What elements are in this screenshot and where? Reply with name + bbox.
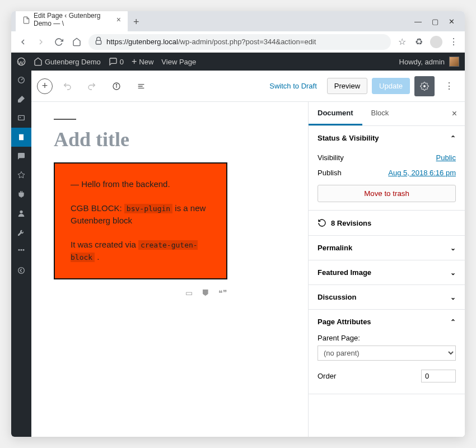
tab-document[interactable]: Document xyxy=(309,102,362,125)
visibility-value[interactable]: Public xyxy=(436,153,456,162)
close-tab-icon[interactable]: × xyxy=(116,15,121,24)
menu-users[interactable] xyxy=(11,204,31,223)
block-line3: It was created via create-guten-block . xyxy=(71,239,211,264)
menu-appearance[interactable] xyxy=(11,166,31,185)
view-page-link[interactable]: View Page xyxy=(161,58,196,66)
svg-rect-3 xyxy=(18,115,25,120)
publish-date[interactable]: Aug 5, 2018 6:16 pm xyxy=(388,169,456,177)
maximize-icon[interactable]: ▢ xyxy=(432,17,438,26)
panel-status-visibility[interactable]: Status & Visibility ⌃ xyxy=(309,126,465,150)
menu-comments[interactable] xyxy=(11,147,31,166)
site-link[interactable]: Gutenberg Demo xyxy=(34,57,101,66)
chevron-up-icon: ⌃ xyxy=(450,134,456,142)
menu-collapse[interactable] xyxy=(11,261,31,280)
order-label: Order xyxy=(318,372,336,380)
back-button[interactable] xyxy=(17,36,29,48)
browser-tab[interactable]: Edit Page ‹ Gutenberg Demo — \ × xyxy=(16,11,128,31)
profile-avatar[interactable] xyxy=(430,36,442,48)
svg-rect-5 xyxy=(19,134,24,141)
post-title-input[interactable]: Add title xyxy=(54,128,286,151)
svg-point-17 xyxy=(423,85,426,87)
menu-settings[interactable] xyxy=(11,242,31,261)
menu-dashboard[interactable] xyxy=(11,71,31,90)
url-bar[interactable]: https://gutenberg.local/wp-admin/post.ph… xyxy=(88,34,391,50)
lock-icon xyxy=(94,36,103,47)
undo-button[interactable] xyxy=(57,76,77,96)
svg-point-10 xyxy=(18,268,25,274)
forward-button[interactable] xyxy=(35,36,47,48)
chevron-down-icon: ⌄ xyxy=(450,269,456,277)
panel-page-attributes[interactable]: Page Attributes ⌃ xyxy=(309,310,465,334)
menu-posts[interactable] xyxy=(11,90,31,109)
new-tab-button[interactable]: + xyxy=(128,13,145,31)
switch-draft-button[interactable]: Switch to Draft xyxy=(264,78,323,94)
minimize-icon[interactable]: — xyxy=(414,17,422,26)
url-host: https://gutenberg.local xyxy=(106,38,178,46)
new-link[interactable]: +New xyxy=(132,57,153,67)
svg-rect-7 xyxy=(18,249,20,251)
block-footer-icon[interactable]: ❝❞ xyxy=(218,288,227,297)
title-dash xyxy=(54,119,76,120)
outline-button[interactable] xyxy=(131,76,151,96)
svg-point-4 xyxy=(20,117,21,118)
block-line1: — Hello from the backend. xyxy=(71,178,211,191)
svg-rect-9 xyxy=(23,249,25,251)
menu-pages[interactable] xyxy=(11,128,31,147)
svg-rect-8 xyxy=(21,249,22,251)
chevron-down-icon: ⌄ xyxy=(450,244,456,252)
menu-tools[interactable] xyxy=(11,223,31,242)
wp-logo[interactable] xyxy=(17,57,26,66)
add-block-button[interactable]: + xyxy=(37,78,53,94)
custom-block[interactable]: — Hello from the backend. CGB BLOCK: bsv… xyxy=(54,162,227,279)
redo-button[interactable] xyxy=(82,76,102,96)
svg-point-13 xyxy=(116,84,116,85)
browser-menu-icon[interactable]: ⋮ xyxy=(448,36,459,48)
panel-permalink[interactable]: Permalink ⌄ xyxy=(309,236,465,260)
move-trash-button[interactable]: Move to trash xyxy=(318,185,456,202)
publish-label: Publish xyxy=(318,169,342,177)
reload-button[interactable] xyxy=(53,36,65,48)
close-window-icon[interactable]: ✕ xyxy=(449,17,455,26)
visibility-label: Visibility xyxy=(318,153,344,162)
chevron-up-icon: ⌃ xyxy=(450,318,456,326)
panel-discussion[interactable]: Discussion ⌄ xyxy=(309,285,465,309)
star-icon[interactable]: ☆ xyxy=(396,36,408,48)
parent-page-label: Parent Page: xyxy=(318,334,456,342)
svg-point-6 xyxy=(20,211,22,213)
update-button: Update xyxy=(372,78,410,94)
preview-button[interactable]: Preview xyxy=(327,78,367,94)
order-input[interactable] xyxy=(421,370,456,382)
home-button[interactable] xyxy=(71,36,83,48)
more-menu-button[interactable]: ⋮ xyxy=(439,76,459,96)
page-icon xyxy=(22,16,30,24)
menu-media[interactable] xyxy=(11,109,31,128)
info-button[interactable] xyxy=(106,76,127,96)
url-path: /wp-admin/post.php?post=344&action=edit xyxy=(178,38,316,46)
tab-title: Edit Page ‹ Gutenberg Demo — \ xyxy=(34,12,110,27)
comments-link[interactable]: 0 xyxy=(109,57,124,66)
recycle-icon[interactable]: ♻ xyxy=(413,36,424,48)
svg-rect-0 xyxy=(96,40,101,44)
chevron-down-icon: ⌄ xyxy=(450,293,456,301)
parent-page-select[interactable]: (no parent) xyxy=(318,346,456,361)
user-avatar-icon[interactable] xyxy=(449,57,459,67)
menu-plugins[interactable] xyxy=(11,185,31,204)
panel-featured-image[interactable]: Featured Image ⌄ xyxy=(309,260,465,284)
tab-block[interactable]: Block xyxy=(362,102,398,125)
block-line2: CGB BLOCK: bsv-plugin is a new Gutenberg… xyxy=(71,202,211,227)
settings-toggle-button[interactable] xyxy=(414,76,435,96)
howdy-link[interactable]: Howdy, admin xyxy=(399,58,445,66)
close-sidebar-icon[interactable]: × xyxy=(444,102,465,125)
panel-revisions[interactable]: 8 Revisions xyxy=(309,211,465,235)
block-footer-icon[interactable]: ⛊ xyxy=(202,288,209,297)
block-footer-icon[interactable]: ▭ xyxy=(185,288,193,297)
